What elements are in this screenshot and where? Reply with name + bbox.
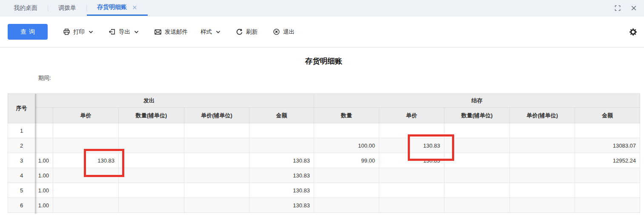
- print-button[interactable]: 打印: [63, 28, 93, 36]
- value-cell: 130.83: [249, 183, 314, 198]
- value-cell: [510, 123, 575, 138]
- seq-cell: 6: [8, 198, 35, 213]
- page-title: 存货明细账: [8, 56, 640, 66]
- seq-cell: 3: [8, 153, 35, 168]
- refresh-button[interactable]: 刷新: [236, 28, 258, 36]
- table-row: 1: [8, 123, 640, 138]
- col-header-issue-qty-aux: 数量(辅单位): [119, 108, 184, 123]
- col-header-balance-qty-aux: 数量(辅单位): [444, 108, 510, 123]
- value-cell: [35, 138, 53, 153]
- query-button[interactable]: 查询: [8, 24, 48, 40]
- value-cell: [184, 183, 249, 198]
- value-cell: [119, 198, 184, 213]
- value-cell: 1.00: [35, 198, 53, 213]
- value-cell: [119, 153, 184, 168]
- value-cell: [444, 168, 510, 183]
- seq-cell: 1: [8, 123, 35, 138]
- tab-close-icon[interactable]: [132, 5, 137, 10]
- period-label: 期间:: [38, 74, 51, 82]
- value-cell: [35, 123, 53, 138]
- style-button[interactable]: 样式: [200, 28, 220, 36]
- export-button[interactable]: 导出: [109, 28, 139, 36]
- export-label: 导出: [119, 28, 130, 36]
- value-cell: [53, 123, 119, 138]
- value-cell: 1.00: [35, 153, 53, 168]
- tab-inventory-ledger[interactable]: 存货明细账: [87, 0, 148, 16]
- refresh-icon: [236, 28, 243, 35]
- style-label: 样式: [200, 28, 212, 36]
- close-icon[interactable]: [630, 5, 637, 12]
- value-cell: [119, 183, 184, 198]
- table-row: 31.00130.83130.8399.00130.8312952.24: [8, 153, 640, 168]
- value-cell: [444, 138, 510, 153]
- seq-cell: 5: [8, 183, 35, 198]
- send-mail-button[interactable]: 发送邮件: [154, 28, 188, 36]
- value-cell: 130.83: [53, 153, 119, 168]
- chevron-down-icon: [89, 30, 93, 34]
- col-header-balance-qty: 数量: [314, 108, 379, 123]
- send-mail-label: 发送邮件: [165, 28, 188, 36]
- value-cell: 130.83: [379, 138, 444, 153]
- tab-label: 存货明细账: [97, 3, 127, 11]
- chevron-down-icon: [216, 30, 220, 34]
- value-cell: [444, 153, 510, 168]
- mail-icon: [154, 29, 162, 35]
- group-header-issue: 发出: [35, 94, 314, 108]
- value-cell: 1.00: [35, 168, 53, 183]
- value-cell: [379, 183, 444, 198]
- value-cell: [510, 183, 575, 198]
- gear-icon[interactable]: [629, 28, 637, 36]
- value-cell: [184, 198, 249, 213]
- col-header-clipped: [35, 108, 53, 123]
- value-cell: 130.83: [379, 153, 444, 168]
- col-header-issue-price-aux: 单价(辅单位): [184, 108, 249, 123]
- table-row: 2100.00130.8313083.07: [8, 138, 640, 153]
- value-cell: [119, 123, 184, 138]
- value-cell: [53, 183, 119, 198]
- value-cell: [53, 198, 119, 213]
- value-cell: 1.00: [35, 183, 53, 198]
- value-cell: [575, 198, 640, 213]
- value-cell: 12952.24: [575, 153, 640, 168]
- value-cell: 130.83: [249, 153, 314, 168]
- value-cell: 100.00: [314, 138, 379, 153]
- value-cell: [575, 183, 640, 198]
- exit-label: 退出: [283, 28, 295, 36]
- col-header-balance-price-aux: 单价(辅单位): [510, 108, 575, 123]
- table-body: 12100.00130.8313083.0731.00130.83130.839…: [8, 123, 640, 213]
- exit-button[interactable]: 退出: [273, 28, 295, 36]
- value-cell: [184, 153, 249, 168]
- value-cell: [379, 168, 444, 183]
- value-cell: [249, 123, 314, 138]
- value-cell: 130.83: [249, 198, 314, 213]
- value-cell: [249, 138, 314, 153]
- tab-label: 我的桌面: [14, 4, 37, 12]
- tab-my-desktop[interactable]: 我的桌面: [3, 0, 48, 16]
- value-cell: 99.00: [314, 153, 379, 168]
- value-cell: [444, 123, 510, 138]
- toolbar: 查询 打印 导出 发: [0, 17, 644, 48]
- inventory-ledger-table: 序号 发出 结存 单价 数量(辅单位) 单价(辅单位) 金额 数量 单价 数量(…: [8, 93, 640, 213]
- value-cell: [510, 153, 575, 168]
- value-cell: [119, 168, 184, 183]
- seq-cell: 2: [8, 138, 35, 153]
- value-cell: 13083.07: [575, 138, 640, 153]
- value-cell: [444, 198, 510, 213]
- exit-circle-icon: [273, 28, 280, 35]
- value-cell: 130.83: [249, 168, 314, 183]
- value-cell: [184, 123, 249, 138]
- value-cell: [510, 168, 575, 183]
- export-icon: [109, 28, 116, 35]
- tab-transfer-order[interactable]: 调拨单: [48, 0, 86, 16]
- value-cell: [53, 138, 119, 153]
- table-row: 41.00130.83: [8, 168, 640, 183]
- printer-icon: [63, 28, 70, 35]
- refresh-label: 刷新: [246, 28, 258, 36]
- fullscreen-icon[interactable]: [614, 5, 621, 12]
- value-cell: [379, 198, 444, 213]
- chevron-down-icon: [134, 30, 139, 34]
- col-header-issue-unit-price: 单价: [53, 108, 119, 123]
- value-cell: [119, 138, 184, 153]
- value-cell: [510, 198, 575, 213]
- tab-bar: 我的桌面 调拨单 存货明细账: [0, 0, 644, 16]
